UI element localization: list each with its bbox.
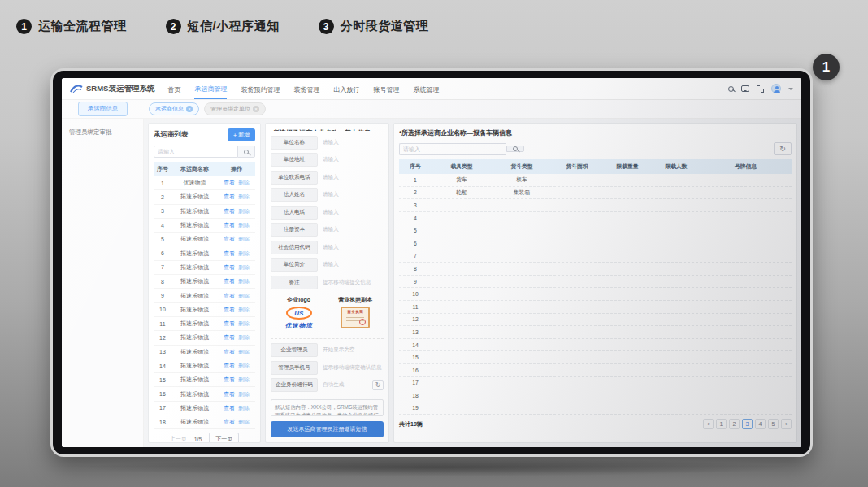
table-row[interactable]: 18 [399, 389, 792, 402]
workspace-tab[interactable]: 承运商信息× [149, 102, 199, 115]
view-link[interactable]: 查看 [224, 221, 235, 229]
delete-link[interactable]: 删除 [238, 418, 250, 426]
table-row[interactable]: 11拓速乐物流查看删除 [154, 317, 255, 331]
table-row[interactable]: 4拓速乐物流查看删除 [154, 219, 255, 233]
field-value[interactable]: 请输入 [323, 261, 384, 268]
view-link[interactable]: 查看 [224, 193, 235, 201]
field-value[interactable]: 请输入 [323, 244, 384, 251]
view-link[interactable]: 查看 [224, 390, 235, 398]
table-row[interactable]: 10 [399, 288, 792, 301]
delete-link[interactable]: 删除 [238, 221, 250, 229]
table-row[interactable]: 13 [399, 326, 792, 339]
page-button[interactable]: 3 [742, 419, 753, 429]
caret-down-icon[interactable] [788, 88, 793, 93]
nav-item[interactable]: 装货预约管理 [241, 80, 280, 98]
table-row[interactable]: 15拓速乐物流查看删除 [154, 373, 255, 387]
table-row[interactable]: 19 [399, 402, 792, 415]
page-prev-button[interactable]: ‹ [703, 419, 714, 429]
page-button[interactable]: 2 [729, 419, 740, 429]
message-icon[interactable] [741, 85, 749, 92]
field-value[interactable]: 请输入 [323, 191, 384, 198]
delete-link[interactable]: 删除 [238, 250, 250, 258]
table-row[interactable]: 3拓速乐物流查看删除 [154, 205, 255, 219]
refresh-icon[interactable]: ↻ [372, 380, 384, 390]
view-link[interactable]: 查看 [224, 362, 235, 370]
nav-item[interactable]: 出入放行 [333, 80, 359, 98]
view-link[interactable]: 查看 [224, 376, 235, 384]
table-row[interactable]: 2轮船集装箱 [399, 187, 792, 200]
field-value[interactable]: 请输入 [323, 156, 384, 163]
table-row[interactable]: 3 [399, 199, 792, 212]
nav-item[interactable]: 首页 [167, 80, 180, 98]
table-row[interactable]: 14拓速乐物流查看删除 [154, 359, 255, 373]
field-value[interactable]: 开始显示为空 [323, 346, 384, 354]
page-button[interactable]: 1 [716, 419, 727, 429]
table-row[interactable]: 15 [399, 351, 792, 364]
view-link[interactable]: 查看 [224, 277, 235, 285]
table-row[interactable]: 13拓速乐物流查看删除 [154, 346, 255, 359]
vehicle-search-button[interactable] [506, 146, 524, 152]
delete-link[interactable]: 删除 [238, 207, 250, 215]
table-row[interactable]: 10拓速乐物流查看删除 [154, 303, 255, 317]
table-row[interactable]: 6拓速乐物流查看删除 [154, 246, 255, 260]
table-row[interactable]: 11 [399, 301, 792, 314]
page-button[interactable]: 5 [768, 419, 779, 429]
table-row[interactable]: 12 [399, 314, 792, 327]
delete-link[interactable]: 删除 [238, 292, 250, 300]
view-link[interactable]: 查看 [224, 418, 235, 426]
table-row[interactable]: 17 [399, 377, 792, 390]
nav-item[interactable]: 系统管理 [413, 80, 439, 98]
delete-link[interactable]: 删除 [238, 193, 250, 201]
table-row[interactable]: 2拓速乐物流查看删除 [154, 190, 255, 204]
view-link[interactable]: 查看 [224, 333, 235, 341]
prev-page-button[interactable]: 上一页 [170, 435, 187, 443]
search-icon[interactable] [728, 86, 734, 92]
delete-link[interactable]: 删除 [238, 404, 250, 412]
table-row[interactable]: 1优速物流查看删除 [154, 176, 255, 190]
field-value[interactable]: 请输入 [323, 226, 384, 233]
field-value[interactable]: 提示移动端绑定确认信息 [323, 364, 384, 372]
sidebar-item-admin-binding-approval[interactable]: 管理员绑定审批 [62, 125, 143, 140]
table-row[interactable]: 9拓速乐物流查看删除 [154, 289, 255, 302]
view-link[interactable]: 查看 [224, 235, 235, 243]
table-row[interactable]: 4 [399, 212, 792, 225]
table-row[interactable]: 7拓速乐物流查看删除 [154, 261, 255, 275]
field-value[interactable]: 提示移动端提交信息 [323, 279, 384, 286]
delete-link[interactable]: 删除 [238, 235, 250, 243]
table-row[interactable]: 16拓速乐物流查看删除 [154, 387, 255, 401]
user-avatar[interactable] [771, 84, 781, 93]
table-row[interactable]: 7 [399, 250, 792, 263]
field-value[interactable]: 请输入 [323, 139, 384, 146]
view-link[interactable]: 查看 [224, 348, 235, 356]
nav-item[interactable]: 账号管理 [373, 80, 399, 98]
carrier-search-input[interactable] [154, 146, 237, 158]
table-row[interactable]: 8 [399, 263, 792, 276]
delete-link[interactable]: 删除 [238, 333, 250, 341]
delete-link[interactable]: 删除 [238, 348, 250, 356]
page-next-button[interactable]: › [781, 419, 792, 429]
close-icon[interactable]: × [253, 106, 259, 112]
field-value[interactable]: 自动生成 [323, 381, 366, 389]
view-link[interactable]: 查看 [224, 263, 235, 272]
delete-link[interactable]: 删除 [238, 376, 250, 384]
workspace-tab[interactable]: 管理员绑定单位× [204, 102, 266, 115]
view-link[interactable]: 查看 [224, 404, 235, 412]
delete-link[interactable]: 删除 [238, 306, 250, 314]
delete-link[interactable]: 删除 [238, 390, 250, 398]
view-link[interactable]: 查看 [224, 207, 235, 215]
vehicle-search-input[interactable] [399, 143, 506, 155]
table-row[interactable]: 5 [399, 224, 792, 237]
add-carrier-button[interactable]: + 新增 [228, 128, 255, 141]
nav-item[interactable]: 承运商管理 [194, 79, 227, 99]
table-row[interactable]: 12拓速乐物流查看删除 [154, 331, 255, 345]
view-link[interactable]: 查看 [224, 320, 235, 328]
page-button[interactable]: 4 [755, 419, 766, 429]
next-page-button[interactable]: 下一页 [209, 433, 239, 443]
view-link[interactable]: 查看 [224, 292, 235, 300]
delete-link[interactable]: 删除 [238, 320, 250, 328]
table-row[interactable]: 1货车板车 [399, 174, 792, 187]
carrier-search-button[interactable] [237, 146, 255, 158]
close-icon[interactable]: × [186, 106, 193, 112]
view-link[interactable]: 查看 [224, 250, 235, 258]
table-row[interactable]: 18拓速乐物流查看删除 [154, 415, 255, 429]
